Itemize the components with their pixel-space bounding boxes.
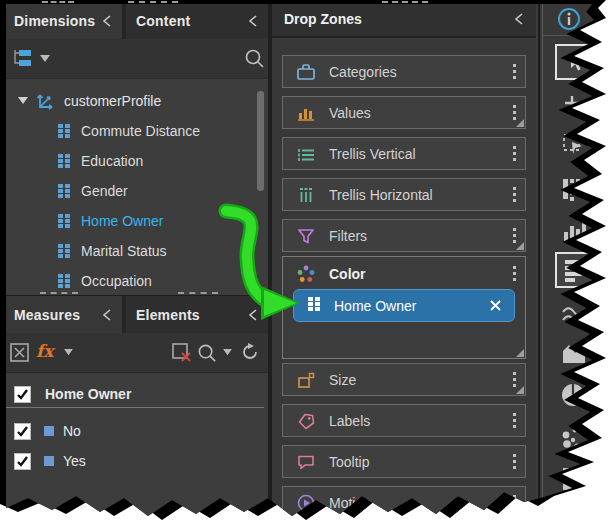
dropdown-caret-icon[interactable] bbox=[223, 349, 232, 356]
select-all-icon[interactable] bbox=[10, 343, 29, 362]
list-item-no[interactable]: No bbox=[4, 418, 268, 444]
drop-zone-tooltip[interactable]: Tooltip bbox=[282, 445, 526, 478]
drop-zone-trellis-vertical[interactable]: Trellis Vertical bbox=[282, 137, 526, 170]
values-icon bbox=[295, 104, 317, 122]
kebab-menu-icon[interactable] bbox=[507, 266, 525, 281]
kebab-menu-icon[interactable] bbox=[507, 146, 525, 161]
tree-root-customerProfile[interactable]: customerProfile bbox=[4, 87, 254, 115]
dropdown-caret-icon[interactable] bbox=[64, 349, 73, 356]
data-source-icon bbox=[36, 92, 55, 111]
list-item-label: Yes bbox=[63, 453, 86, 469]
kebab-menu-icon[interactable] bbox=[507, 228, 525, 243]
left-column: Dimensions Content bbox=[4, 2, 268, 524]
drop-zones-header: Drop Zones bbox=[272, 2, 536, 38]
labels-icon bbox=[295, 412, 317, 430]
list-item-label: No bbox=[63, 423, 81, 439]
tooltip-icon bbox=[295, 453, 317, 471]
tab-label: Measures bbox=[14, 307, 80, 323]
kebab-menu-icon[interactable] bbox=[507, 64, 525, 79]
kebab-menu-icon[interactable] bbox=[507, 454, 525, 469]
chip-label: Home Owner bbox=[334, 298, 489, 314]
hierarchy-group-icon[interactable] bbox=[12, 48, 34, 70]
resize-handle[interactable] bbox=[516, 119, 524, 127]
tree-item-home-owner[interactable]: Home Owner bbox=[4, 207, 254, 235]
color-chip-home-owner[interactable]: Home Owner bbox=[293, 289, 515, 322]
kebab-menu-icon[interactable] bbox=[507, 372, 525, 387]
collapse-chevron-icon[interactable] bbox=[248, 308, 258, 322]
drop-zone-categories[interactable]: Categories bbox=[282, 55, 526, 88]
drop-zone-values[interactable]: Values bbox=[282, 96, 526, 129]
panel-title: Drop Zones bbox=[284, 11, 362, 27]
expand-caret-icon[interactable] bbox=[18, 97, 28, 105]
drop-zone-label: Labels bbox=[329, 413, 507, 429]
list-item-yes[interactable]: Yes bbox=[4, 448, 268, 474]
category-column-icon bbox=[56, 123, 72, 139]
drop-zones-panel: Drop Zones Categories Values bbox=[272, 2, 536, 524]
search-icon[interactable] bbox=[197, 343, 217, 363]
checkbox-checked[interactable] bbox=[14, 386, 31, 403]
drop-zone-label: Tooltip bbox=[329, 454, 507, 470]
list-item-home-owner[interactable]: Home Owner bbox=[4, 381, 268, 407]
tree-item-education[interactable]: Education bbox=[4, 147, 254, 175]
kebab-menu-icon[interactable] bbox=[507, 105, 525, 120]
measures-toolbar: fx bbox=[4, 333, 268, 373]
tab-elements[interactable]: Elements bbox=[126, 296, 268, 333]
drop-zone-label: Filters bbox=[329, 228, 507, 244]
tab-dimensions[interactable]: Dimensions bbox=[4, 2, 122, 39]
drop-zone-label: Categories bbox=[329, 64, 507, 80]
drop-zone-label: Size bbox=[329, 372, 507, 388]
drop-zone-filters[interactable]: Filters bbox=[282, 219, 526, 252]
tree-root-label: customerProfile bbox=[64, 93, 161, 109]
search-icon[interactable] bbox=[244, 48, 265, 69]
collapse-chevron-icon[interactable] bbox=[102, 308, 112, 322]
kebab-menu-icon[interactable] bbox=[507, 413, 525, 428]
color-icon bbox=[295, 264, 317, 284]
tab-label: Dimensions bbox=[14, 13, 95, 29]
torn-dash-mark bbox=[178, 292, 218, 294]
value-swatch bbox=[44, 456, 54, 466]
collapse-chevron-icon[interactable] bbox=[514, 12, 524, 26]
remove-chip-icon[interactable] bbox=[489, 299, 502, 312]
tree-item-occupation[interactable]: Occupation bbox=[4, 267, 254, 295]
collapse-chevron-icon[interactable] bbox=[102, 14, 112, 28]
category-column-icon bbox=[56, 213, 72, 229]
tree-item-label: Marital Status bbox=[81, 243, 167, 259]
measures-tabbar: Measures Elements bbox=[4, 296, 268, 333]
tree-item-gender[interactable]: Gender bbox=[4, 177, 254, 205]
tree-item-marital-status[interactable]: Marital Status bbox=[4, 237, 254, 265]
tab-measures[interactable]: Measures bbox=[4, 296, 122, 333]
category-column-icon bbox=[56, 183, 72, 199]
check-icon bbox=[16, 425, 29, 438]
clear-selection-icon[interactable] bbox=[171, 342, 193, 364]
drop-zone-color-header[interactable]: Color bbox=[283, 257, 525, 290]
drop-zone-trellis-horizontal[interactable]: Trellis Horizontal bbox=[282, 178, 526, 211]
resize-handle[interactable] bbox=[516, 349, 524, 357]
drop-zone-color-group[interactable]: Color Home Owner bbox=[282, 256, 526, 359]
list-item-label: Home Owner bbox=[45, 386, 131, 402]
resize-handle[interactable] bbox=[516, 242, 524, 250]
dimensions-tree: customerProfile Commute Distance Educati… bbox=[4, 79, 268, 295]
trellis-horizontal-icon bbox=[295, 186, 317, 204]
kebab-menu-icon[interactable] bbox=[507, 187, 525, 202]
tab-content[interactable]: Content bbox=[126, 2, 268, 39]
dropdown-caret-icon[interactable] bbox=[40, 55, 50, 63]
list-divider bbox=[6, 407, 264, 408]
drop-zone-labels[interactable]: Labels bbox=[282, 404, 526, 437]
tree-item-label: Gender bbox=[81, 183, 128, 199]
category-column-icon bbox=[56, 273, 72, 289]
tree-scrollbar-thumb[interactable] bbox=[257, 91, 264, 191]
app-content: Dimensions Content bbox=[0, 0, 612, 532]
refresh-icon[interactable] bbox=[240, 342, 260, 362]
filters-icon bbox=[295, 227, 317, 245]
drop-zone-label: Trellis Horizontal bbox=[329, 187, 507, 203]
checkbox-checked[interactable] bbox=[14, 453, 31, 470]
tree-item-label: Commute Distance bbox=[81, 123, 200, 139]
checkbox-checked[interactable] bbox=[14, 423, 31, 440]
drop-zone-size[interactable]: Size bbox=[282, 363, 526, 396]
function-icon[interactable]: fx bbox=[36, 341, 53, 361]
tree-item-commute-distance[interactable]: Commute Distance bbox=[4, 117, 254, 145]
resize-handle[interactable] bbox=[516, 386, 524, 394]
tree-item-label: Education bbox=[81, 153, 143, 169]
info-icon[interactable] bbox=[557, 7, 581, 31]
collapse-chevron-icon[interactable] bbox=[248, 14, 258, 28]
